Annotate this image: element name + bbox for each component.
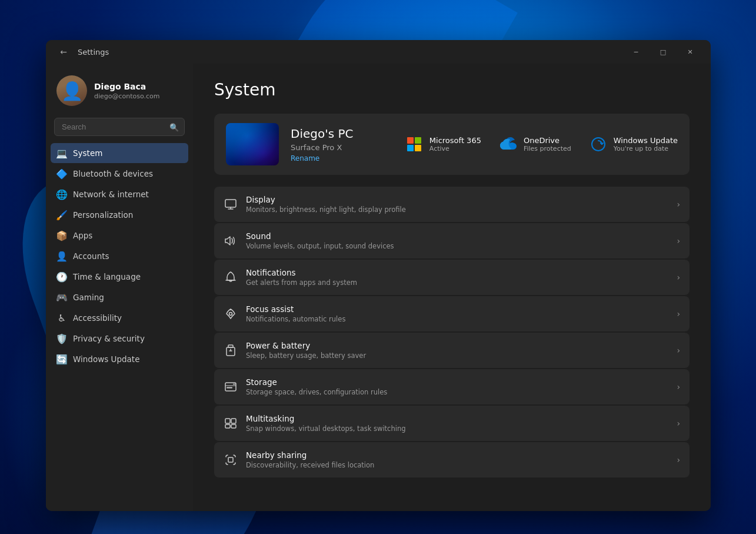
storage-text: Storage Storage space, drives, configura… (246, 377, 668, 396)
sidebar: Diego Baca diego@contoso.com 🔍 💻 System … (46, 64, 193, 511)
user-profile[interactable]: Diego Baca diego@contoso.com (51, 71, 188, 115)
nearby-desc: Discoverability, received files location (246, 461, 668, 469)
back-button[interactable]: ← (55, 44, 72, 60)
sound-title: Sound (246, 231, 668, 241)
focus-title: Focus assist (246, 304, 668, 314)
maximize-button[interactable]: □ (650, 42, 677, 61)
service-onedrive[interactable]: OneDrive Files protected (499, 135, 571, 154)
sidebar-item-time[interactable]: 🕐 Time & language (51, 267, 188, 287)
multitasking-desc: Snap windows, virtual desktops, task swi… (246, 424, 668, 433)
focus-text: Focus assist Notifications, automatic ru… (246, 304, 668, 323)
settings-row-notifications[interactable]: Notifications Get alerts from apps and s… (214, 260, 690, 295)
page-title: System (214, 80, 690, 99)
pc-thumbnail (226, 123, 279, 165)
display-desc: Monitors, brightness, night light, displ… (246, 205, 668, 214)
focus-chevron: › (677, 309, 680, 319)
svg-rect-8 (227, 347, 235, 356)
service-winupdate-name: Windows Update (614, 136, 678, 145)
nearby-chevron: › (677, 455, 680, 465)
rename-link[interactable]: Rename (291, 154, 393, 162)
svg-rect-5 (225, 200, 236, 207)
apps-icon: 📦 (56, 230, 67, 241)
svg-rect-17 (228, 457, 233, 462)
sound-icon (224, 234, 238, 248)
minimize-button[interactable]: ─ (622, 42, 650, 61)
sidebar-item-bluetooth[interactable]: 🔷 Bluetooth & devices (51, 164, 188, 184)
svg-rect-12 (227, 387, 232, 389)
settings-row-sound[interactable]: Sound Volume levels, output, input, soun… (214, 223, 690, 258)
sidebar-item-apps[interactable]: 📦 Apps (51, 225, 188, 246)
sidebar-item-privacy[interactable]: 🛡️ Privacy & security (51, 329, 188, 349)
sidebar-item-label: Windows Update (73, 354, 139, 364)
bluetooth-icon: 🔷 (56, 168, 67, 179)
settings-row-nearby[interactable]: Nearby sharing Discoverability, received… (214, 442, 690, 477)
notifications-icon (224, 270, 238, 284)
window-title: Settings (78, 48, 109, 57)
multitasking-chevron: › (677, 419, 680, 428)
notifications-title: Notifications (246, 268, 668, 277)
settings-list: Display Monitors, brightness, night ligh… (214, 187, 690, 477)
personalization-icon: 🖌️ (56, 210, 67, 220)
sidebar-item-label: System (73, 148, 102, 158)
gaming-icon: 🎮 (56, 292, 67, 303)
sidebar-item-accounts[interactable]: 👤 Accounts (51, 246, 188, 266)
sidebar-nav: 💻 System 🔷 Bluetooth & devices 🌐 Network… (51, 143, 188, 369)
sidebar-item-label: Gaming (73, 293, 104, 302)
service-winupdate-status: You're up to date (614, 145, 678, 152)
sidebar-item-label: Apps (73, 231, 92, 240)
service-ms365-status: Active (429, 145, 481, 152)
settings-row-power[interactable]: Power & battery Sleep, battery usage, ba… (214, 333, 690, 368)
display-chevron: › (677, 200, 680, 209)
svg-rect-3 (415, 145, 421, 151)
power-desc: Sleep, battery usage, battery saver (246, 351, 668, 360)
sidebar-item-windowsupdate[interactable]: 🔄 Windows Update (51, 349, 188, 369)
accounts-icon: 👤 (56, 251, 67, 261)
search-input[interactable] (54, 118, 185, 136)
sound-text: Sound Volume levels, output, input, soun… (246, 231, 668, 250)
sidebar-item-network[interactable]: 🌐 Network & internet (51, 184, 188, 204)
storage-title: Storage (246, 377, 668, 387)
avatar (56, 75, 87, 106)
svg-rect-1 (415, 137, 421, 144)
ms365-icon (405, 135, 424, 154)
settings-row-multitasking[interactable]: Multitasking Snap windows, virtual deskt… (214, 406, 690, 441)
pc-model: Surface Pro X (291, 143, 393, 152)
sidebar-item-label: Privacy & security (73, 334, 145, 343)
settings-row-focus[interactable]: Focus assist Notifications, automatic ru… (214, 296, 690, 331)
power-chevron: › (677, 346, 680, 355)
settings-row-display[interactable]: Display Monitors, brightness, night ligh… (214, 187, 690, 222)
power-title: Power & battery (246, 341, 668, 350)
svg-point-4 (592, 138, 605, 151)
pc-card: Diego's PC Surface Pro X Rename (214, 114, 690, 175)
sound-chevron: › (677, 236, 680, 246)
focus-icon (224, 307, 238, 321)
search-icon: 🔍 (169, 122, 179, 131)
accessibility-icon: ♿ (56, 313, 67, 323)
sidebar-item-label: Accounts (73, 251, 109, 261)
settings-row-storage[interactable]: Storage Storage space, drives, configura… (214, 369, 690, 404)
window-controls: ─ □ ✕ (622, 42, 704, 61)
display-title: Display (246, 195, 668, 204)
close-button[interactable]: ✕ (677, 42, 704, 61)
sidebar-item-label: Personalization (73, 210, 133, 220)
winupdate-icon (589, 135, 608, 154)
nearby-title: Nearby sharing (246, 450, 668, 460)
main-panel: System Diego's PC Surface Pro X Rename (193, 64, 711, 511)
multitasking-title: Multitasking (246, 414, 668, 423)
sidebar-item-personalization[interactable]: 🖌️ Personalization (51, 205, 188, 225)
time-icon: 🕐 (56, 271, 67, 282)
svg-rect-13 (225, 419, 230, 423)
privacy-icon: 🛡️ (56, 333, 67, 344)
window-content: Diego Baca diego@contoso.com 🔍 💻 System … (46, 64, 711, 511)
user-name: Diego Baca (94, 82, 182, 91)
sidebar-item-label: Accessibility (73, 313, 122, 323)
sidebar-item-system[interactable]: 💻 System (51, 143, 188, 163)
sidebar-item-gaming[interactable]: 🎮 Gaming (51, 287, 188, 307)
service-ms365[interactable]: Microsoft 365 Active (405, 135, 481, 154)
service-winupdate[interactable]: Windows Update You're up to date (589, 135, 678, 154)
sidebar-item-accessibility[interactable]: ♿ Accessibility (51, 308, 188, 328)
onedrive-icon (499, 135, 518, 154)
service-onedrive-info: OneDrive Files protected (524, 136, 571, 152)
sidebar-item-label: Bluetooth & devices (73, 169, 153, 178)
storage-chevron: › (677, 382, 680, 392)
